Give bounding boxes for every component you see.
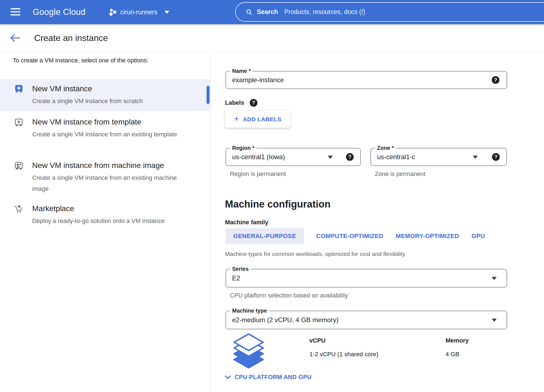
tab-compute-optimized[interactable]: COMPUTE-OPTIMIZED [316,228,383,244]
zone-label: Zone * [375,145,396,151]
machine-type-label: Machine type [230,308,269,314]
memory-value: 4 GB [446,351,459,358]
chevron-down-icon [164,11,169,14]
machine-family-label: Machine family [225,219,268,226]
machine-type-select[interactable]: Machine type e2-medium (2 vCPU, 4 GB mem… [226,311,507,329]
options-intro: To create a VM instance, select one of t… [13,57,149,64]
region-helper-text: Region is permanent [230,170,286,178]
cpu-platform-and-gpu-link[interactable]: CPU PLATFORM AND GPU [224,374,312,381]
back-arrow-icon[interactable] [10,33,21,43]
option-new-vm-instance[interactable]: New VM instance Create a single VM insta… [0,79,211,111]
add-labels-button-label: ADD LABELS [243,116,281,123]
add-labels-button[interactable]: + ADD LABELS [225,111,290,128]
machine-family-tabs: GENERAL-PURPOSE COMPUTE-OPTIMIZED MEMORY… [226,228,485,244]
zone-help-icon[interactable]: ? [492,153,500,161]
search-bar[interactable]: Search Products, resources, docs (/) [235,2,544,22]
page-title: Create an instance [34,24,108,52]
machine-type-value: e2-medium (2 vCPU, 4 GB memory) [232,316,339,324]
page-header: Create an instance [0,24,544,52]
region-select[interactable]: Region * us-central1 (Iowa) ? [226,148,361,166]
name-help-icon[interactable]: ? [492,76,499,84]
search-placeholder: Products, resources, docs (/) [284,8,365,16]
memory-header: Memory [446,337,469,344]
project-selector[interactable]: cirun-runners [109,0,169,24]
zone-helper-text: Zone is permanent [375,170,425,178]
option-description: Create a single VM instance from an exis… [32,129,192,140]
option-new-vm-from-template[interactable]: New VM instance from template Create a s… [0,114,211,158]
cpu-platform-link-label: CPU PLATFORM AND GPU [235,374,312,381]
name-field[interactable]: Name * example-instance ? [226,71,507,89]
vcpu-value: 1-2 vCPU (1 shared core) [309,351,378,358]
dropdown-caret-icon [492,277,497,280]
option-title: New VM instance from template [32,117,192,127]
option-title: Marketplace [32,204,192,213]
option-title: New VM instance [32,84,192,93]
search-icon [246,9,252,15]
machine-layers-icon [232,333,265,369]
vcpu-header: vCPU [309,337,326,344]
machine-family-description: Machine types for common workloads, opti… [225,251,405,257]
series-select[interactable]: Series E2 [226,269,507,288]
plus-icon: + [234,115,239,123]
tab-gpu[interactable]: GPU [471,228,485,244]
option-marketplace[interactable]: Marketplace Deploy a ready-to-go solutio… [0,201,211,234]
vm-instance-icon [14,84,23,93]
labels-help-icon[interactable]: ? [250,99,257,107]
project-name: cirun-runners [120,9,158,16]
region-help-icon[interactable]: ? [346,153,354,161]
option-description: Deploy a ready-to-go solution onto a VM … [32,216,192,227]
option-description: Create a single VM instance from an exis… [32,172,192,194]
vm-template-icon [14,118,23,127]
chevron-down-icon [224,375,231,379]
search-label: Search [257,8,278,16]
scrollbar-thumb[interactable] [207,86,210,104]
google-cloud-logo[interactable]: Google Cloud [33,0,86,24]
menu-icon[interactable] [10,8,20,17]
machine-image-icon [14,161,23,170]
dropdown-caret-icon [328,156,333,159]
region-value: us-central1 (Iowa) [232,153,285,161]
option-title: New VM instance from machine image [32,161,192,170]
zone-value: us-central1-c [377,153,415,161]
region-label: Region * [230,145,256,151]
tab-general-purpose[interactable]: GENERAL-PURPOSE [226,228,304,244]
labels-section-header: Labels ? [225,99,257,107]
marketplace-cart-icon [14,205,23,214]
series-label: Series [230,266,251,272]
top-app-bar: Google Cloud cirun-runners Search Produc… [0,0,544,24]
series-value: E2 [232,274,240,282]
options-panel: To create a VM instance, select one of t… [0,52,211,392]
option-description: Create a single VM instance from scratch [32,96,192,107]
zone-select[interactable]: Zone * us-central1-c ? [370,148,507,166]
screen: Google Cloud cirun-runners Search Produc… [0,0,544,392]
machine-configuration-heading: Machine configuration [225,198,331,210]
series-helper-text: CPU platform selection based on availabi… [230,292,348,299]
option-new-vm-from-machine-image[interactable]: New VM instance from machine image Creat… [0,158,211,201]
tab-memory-optimized[interactable]: MEMORY-OPTIMIZED [396,228,459,244]
dropdown-caret-icon [492,319,497,322]
labels-title: Labels [225,99,244,106]
project-hexagons-icon [109,8,117,16]
dropdown-caret-icon [473,156,478,159]
name-field-value: example-instance [232,76,284,84]
name-field-label: Name * [230,68,253,74]
